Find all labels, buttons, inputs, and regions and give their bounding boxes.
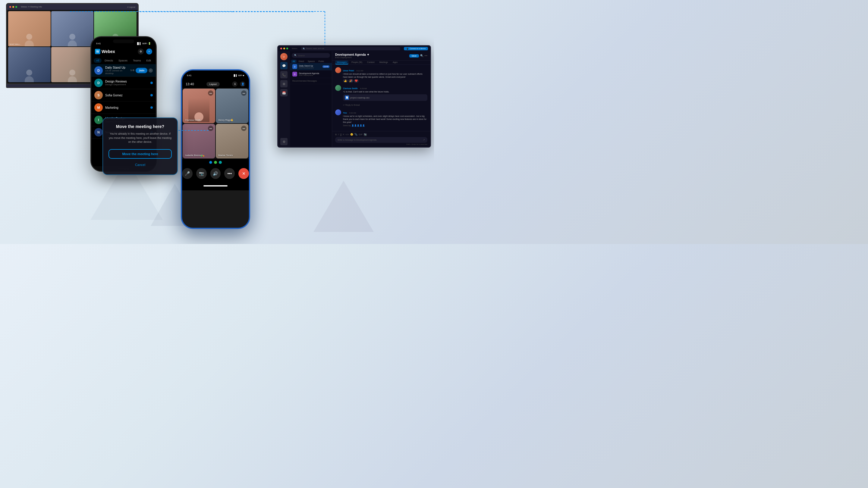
more-btn-marise[interactable]: ••• [241, 126, 247, 131]
ch-tab-content[interactable]: Content [365, 61, 376, 64]
nav-calls-icon[interactable]: 📞 [280, 71, 287, 78]
sidebar-badge-standup: 13:40 [322, 65, 330, 68]
phone-status-icons: ▐▌▌ WiFi 🔋 [136, 42, 151, 45]
sidebar-tab-spaces[interactable]: Spaces [306, 60, 316, 63]
phone-header-icons: ⚙ + [138, 48, 152, 55]
gif-icon[interactable]: GIF [359, 133, 363, 136]
italic-icon[interactable]: I [338, 133, 338, 136]
search-chat-icon[interactable]: 🔍 [420, 54, 424, 57]
move-meeting-button[interactable]: Move the meeting here [108, 149, 172, 159]
participants-icon[interactable]: 👤 [240, 82, 245, 87]
indicator-blue [209, 161, 212, 164]
ch-tab-messages[interactable]: Messages [335, 61, 348, 64]
list-icon[interactable]: ≡ [343, 133, 344, 136]
compose-input[interactable]: Write a message to Development Agenda ↗ [335, 137, 427, 143]
more-options-icon[interactable]: ••• [425, 54, 427, 57]
list-item-daily-standup[interactable]: D Daily Stand Up 13:29 Joined on desktop… [91, 64, 156, 77]
channel-tabs: Messages People (30) Content Meetings Ap… [332, 61, 430, 65]
nav-meetings-icon[interactable]: 📅 [280, 89, 287, 96]
tab-all[interactable]: All [94, 58, 101, 63]
hangup-control-btn[interactable]: ✕ [239, 168, 249, 179]
nav-settings-icon[interactable]: ⚙ [280, 138, 287, 145]
phone2-signal-icon: ▐▌▌ [233, 74, 238, 76]
nav-spaces-icon[interactable]: ⊞ [280, 80, 287, 87]
sidebar-avatar-dev-agenda: D [292, 72, 297, 76]
nav-messages-icon[interactable]: 💬 [280, 62, 287, 69]
reaction-1c[interactable]: ❤️ [354, 79, 359, 83]
ch-tab-apps[interactable]: Apps [391, 61, 399, 64]
connect-to-device-btn[interactable]: 📱 Connect to a device [404, 47, 428, 50]
battery-icon: 🔋 [148, 42, 151, 45]
meeting-cell-1: WHAT WALL... [8, 11, 51, 46]
attach-icon[interactable]: 📎 [354, 133, 358, 136]
msg-avatar-3 [335, 109, 341, 116]
compose-area: B I U̲ ≡ </> 😊 📎 GIF 📷 Write a message t… [332, 131, 430, 147]
sidebar-item-daily-standup[interactable]: D Daily Stand Up Web Development 13:40 [290, 63, 332, 70]
list-name-daily-standup: Daily Stand Up [105, 66, 128, 69]
list-item-sofia-gomez[interactable]: S Sofia Gomez [91, 89, 156, 101]
compose-placeholder: Write a message to Development Agenda [338, 139, 376, 141]
move-meeting-dialog: Move the meeting here? You're already in… [102, 118, 178, 175]
join-button[interactable]: Join [135, 68, 147, 73]
desktop-main-area: Development Agenda ✦ ENG Deployment Meet… [332, 51, 430, 147]
code-icon[interactable]: </> [345, 133, 349, 136]
sidebar-tab-direct[interactable]: Direct [297, 60, 306, 63]
bg-triangle-3 [313, 181, 374, 232]
list-name-sofia-gomez: Sofia Gomez [105, 94, 148, 97]
avatar-daily-standup: D [94, 66, 103, 75]
minimize-dot [12, 6, 14, 8]
emoji-icon[interactable]: 😊 [350, 133, 353, 136]
bold-icon[interactable]: B [335, 133, 337, 136]
cancel-button[interactable]: Cancel [108, 161, 172, 168]
send-icon[interactable]: ↗ [423, 138, 425, 141]
reply-thread-text[interactable]: ↩ Reply to thread [343, 104, 360, 106]
tab-edit[interactable]: Edit [144, 58, 154, 63]
tab-teams[interactable]: Teams [130, 58, 144, 63]
list-item-design-reviews[interactable]: D Design Reviews Design Department [91, 77, 156, 89]
phone-settings-icon[interactable]: ⚙ [138, 48, 144, 55]
reaction-1b[interactable]: 🎉 [348, 79, 353, 83]
desktop-search[interactable]: 🔍 Search, meet, and call [301, 47, 400, 50]
avatar-new-user-signups: N [94, 128, 103, 136]
ch-tab-people[interactable]: People (30) [350, 61, 364, 64]
sidebar-search[interactable]: 🔍 Search [292, 53, 330, 58]
list-item-marketing[interactable]: M Marketing [91, 101, 156, 114]
badge-sofia-gomez [150, 94, 153, 96]
sidebar-info-dev-agenda: Development Agenda ENG Deployment [299, 72, 330, 76]
screen-capture-icon[interactable]: 📷 [364, 133, 367, 136]
more-control-btn[interactable]: ••• [224, 168, 235, 179]
msg-attachment-2[interactable]: 📄 project-roadmap.doc [343, 94, 427, 101]
speaker-control-btn[interactable]: 🔊 [210, 168, 221, 179]
ch-tab-meetings[interactable]: Meetings [378, 61, 390, 64]
sidebar-search-icon: 🔍 [294, 54, 297, 57]
tab-spaces[interactable]: Spaces [116, 58, 130, 63]
reaction-1a[interactable]: 👍 [343, 79, 348, 83]
meet-btn[interactable]: Meet [409, 54, 419, 58]
sidebar-name-dev-agenda: Development Agenda [299, 72, 330, 74]
more-btn-isabelle[interactable]: ••• [208, 126, 213, 131]
channel-header-actions: Meet 🔍 ••• [409, 54, 427, 58]
phone2-meeting-header: 13:40 Layout ℹ 👤 [182, 80, 249, 88]
meeting-cell-4 [8, 47, 51, 82]
layout-button[interactable]: Layout [207, 82, 220, 87]
person-5 [68, 70, 77, 82]
mic-control-btn[interactable]: 🎤 [182, 168, 193, 179]
signal-icon: ▐▌▌ [136, 42, 141, 45]
indicator-green [214, 161, 217, 164]
desktop-device: Webex 🔍 Search, meet, and call 📱 Connect… [277, 45, 431, 148]
sidebar-tab-public[interactable]: Public [317, 60, 326, 63]
sidebar-tab-all[interactable]: All [291, 60, 297, 63]
msg-author-1: Umar Patel [343, 70, 354, 72]
compose-formatting-bar: B I U̲ ≡ </> 😊 📎 GIF 📷 [335, 133, 427, 136]
msg-header-3: You 8:30 AM [343, 109, 427, 115]
info-icon[interactable]: ℹ [232, 82, 238, 87]
phone-time: 9:41 [96, 42, 101, 45]
desktop-sidebar-narrow: U 💬 📞 ⊞ 📅 ⚙ [278, 51, 290, 147]
video-control-btn[interactable]: 📷 [196, 168, 207, 179]
sidebar-item-dev-agenda[interactable]: D Development Agenda ENG Deployment [290, 70, 332, 78]
more-btn-henry[interactable]: ••• [241, 90, 247, 96]
tab-directs[interactable]: Directs [102, 58, 116, 63]
msg-avatar-2 [335, 85, 341, 91]
underline-icon[interactable]: U̲ [340, 133, 342, 136]
phone-add-icon[interactable]: + [146, 48, 152, 55]
